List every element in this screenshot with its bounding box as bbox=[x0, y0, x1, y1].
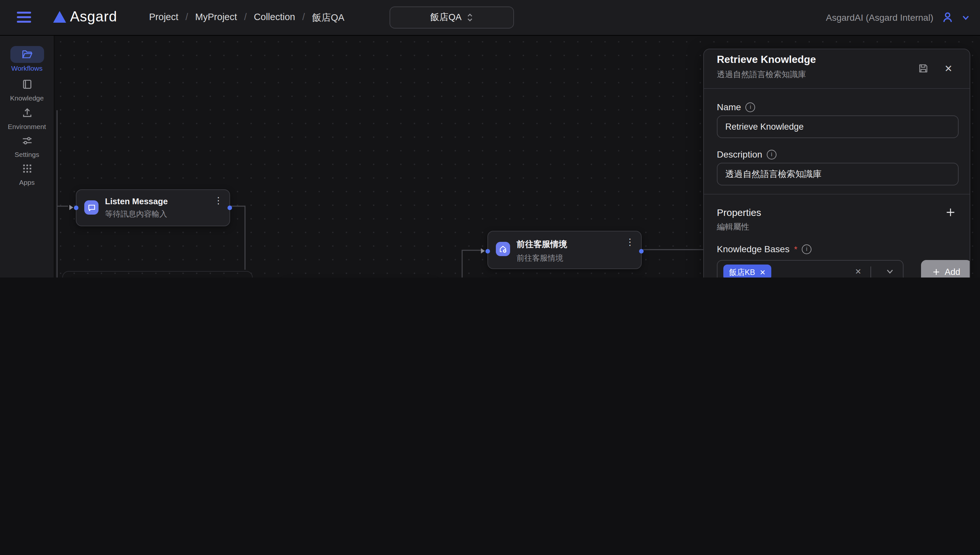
node-detail-panel: Retrieve Knowledge 透過自然語言檢索知識庫 ✕ Namei D… bbox=[703, 49, 970, 278]
kb-tag-label: 飯店KB bbox=[729, 267, 755, 278]
breadcrumb-separator: / bbox=[303, 12, 305, 24]
close-icon[interactable]: ✕ bbox=[944, 63, 953, 75]
app-root: Asgard Project / MyProject / Collection … bbox=[0, 0, 980, 278]
updown-chevron-icon bbox=[467, 13, 473, 22]
kb-add-button[interactable]: Add bbox=[921, 260, 970, 278]
info-icon[interactable]: i bbox=[767, 149, 777, 159]
sidebar-label: Apps bbox=[0, 178, 54, 186]
properties-title: Properties bbox=[717, 207, 761, 218]
breadcrumb-myproject[interactable]: MyProject bbox=[195, 12, 237, 24]
sidebar: Workflows Knowledge Environment Settings… bbox=[0, 35, 54, 278]
sidebar-label: Settings bbox=[0, 151, 54, 158]
input-arrow-icon bbox=[69, 205, 73, 210]
save-icon[interactable] bbox=[918, 63, 929, 74]
panel-divider bbox=[704, 194, 970, 194]
account-area: AsgardAI (Asgard Internal) bbox=[826, 0, 970, 35]
input-port[interactable] bbox=[485, 249, 490, 253]
account-label: AsgardAI (Asgard Internal) bbox=[826, 12, 934, 23]
description-input[interactable] bbox=[717, 163, 959, 185]
node-desc: 等待訊息內容輸入 bbox=[105, 209, 215, 220]
logo-text: Asgard bbox=[70, 8, 117, 25]
info-icon[interactable]: i bbox=[746, 102, 756, 112]
sidebar-label: Workflows bbox=[0, 64, 54, 72]
kb-chevron-down-icon[interactable] bbox=[886, 268, 894, 275]
node-goto-cs-scene[interactable]: 前往客服情境 前往客服情境 ⋮ bbox=[487, 231, 642, 269]
output-port[interactable] bbox=[639, 249, 644, 253]
scene-icon bbox=[496, 242, 510, 256]
sidebar-item-workflows[interactable]: Workflows bbox=[0, 46, 54, 72]
name-field-label: Namei bbox=[717, 102, 756, 112]
breadcrumb: Project / MyProject / Collection / 飯店QA bbox=[149, 12, 344, 24]
breadcrumb-separator: / bbox=[244, 12, 247, 24]
node-title: Listen Message bbox=[105, 194, 168, 208]
name-input[interactable] bbox=[717, 115, 959, 138]
properties-subtitle: 編輯屬性 bbox=[717, 222, 749, 233]
breadcrumb-separator: / bbox=[186, 12, 188, 24]
kebab-menu-icon[interactable]: ⋮ bbox=[626, 237, 634, 247]
input-arrow-icon bbox=[481, 248, 485, 253]
sidebar-item-knowledge[interactable]: Knowledge bbox=[0, 76, 54, 102]
input-port[interactable] bbox=[74, 205, 78, 210]
kb-tag: 飯店KB ✕ bbox=[723, 265, 771, 278]
node-title: 前往客服情境 bbox=[517, 237, 567, 251]
panel-title: Retrieve Knowledge bbox=[717, 54, 816, 66]
top-bar: Asgard Project / MyProject / Collection … bbox=[0, 0, 980, 36]
menu-icon[interactable] bbox=[17, 12, 31, 23]
info-icon[interactable]: i bbox=[802, 244, 812, 254]
workflow-selector[interactable]: 飯店QA bbox=[389, 6, 514, 29]
description-field-label: Descriptioni bbox=[717, 149, 777, 159]
group-outline bbox=[62, 271, 253, 278]
breadcrumb-current[interactable]: 飯店QA bbox=[312, 12, 344, 24]
kebab-menu-icon[interactable]: ⋮ bbox=[214, 195, 223, 205]
breadcrumb-collection[interactable]: Collection bbox=[254, 12, 295, 24]
node-listen-message[interactable]: Listen Message 等待訊息內容輸入 ⋮ bbox=[76, 189, 230, 226]
chevron-down-icon[interactable] bbox=[962, 14, 970, 21]
breadcrumb-project[interactable]: Project bbox=[149, 12, 178, 24]
user-icon[interactable] bbox=[941, 11, 954, 24]
sliders-icon bbox=[21, 135, 33, 146]
add-property-icon[interactable] bbox=[945, 207, 956, 218]
node-desc: 前往客服情境 bbox=[517, 253, 627, 264]
panel-divider bbox=[704, 88, 970, 89]
book-icon bbox=[21, 79, 33, 90]
sidebar-item-environment[interactable]: Environment bbox=[0, 104, 54, 130]
workflow-selector-value: 飯店QA bbox=[431, 12, 461, 23]
kb-divider bbox=[871, 266, 871, 278]
sidebar-label: Knowledge bbox=[0, 94, 54, 102]
sidebar-label: Environment bbox=[0, 122, 54, 130]
folder-icon bbox=[21, 49, 33, 60]
sidebar-item-apps[interactable]: Apps bbox=[0, 160, 54, 186]
apps-grid-icon bbox=[21, 163, 33, 175]
kb-clear-icon[interactable]: ✕ bbox=[855, 267, 862, 276]
kb-field-label: Knowledge Bases*i bbox=[717, 244, 812, 254]
asgard-logo-icon bbox=[53, 11, 66, 23]
chat-bubble-icon bbox=[84, 201, 99, 215]
panel-subtitle: 透過自然語言檢索知識庫 bbox=[717, 69, 806, 80]
kb-tag-remove-icon[interactable]: ✕ bbox=[760, 268, 765, 276]
upload-icon bbox=[21, 107, 33, 119]
output-port[interactable] bbox=[227, 205, 232, 210]
kb-multiselect[interactable]: 飯店KB ✕ ✕ bbox=[717, 260, 903, 278]
sidebar-item-settings[interactable]: Settings bbox=[0, 132, 54, 158]
